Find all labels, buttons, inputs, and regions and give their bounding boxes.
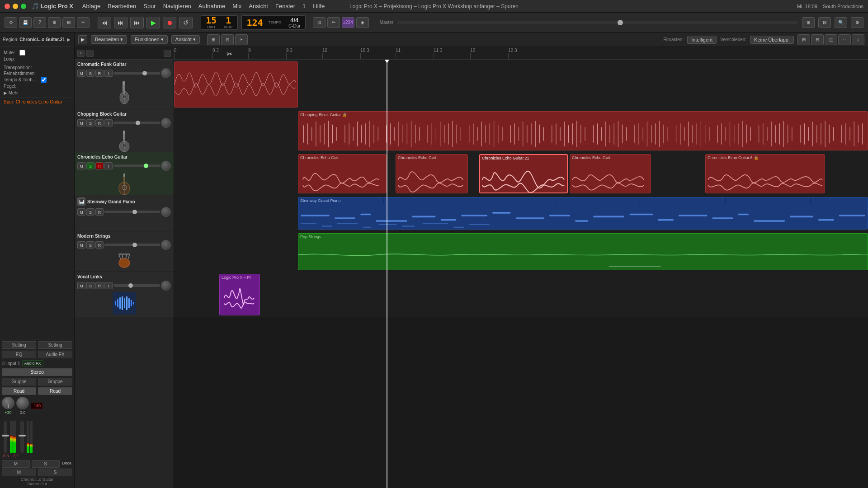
add-track-btn[interactable]: + [77, 50, 85, 57]
play-button[interactable]: ▶ [146, 17, 160, 28]
th8-fader[interactable] [113, 284, 160, 287]
lane-5[interactable]: Chronicles Echo Guit Chronicles Echo Gui… [174, 152, 868, 195]
region-chromatic-funk[interactable] [174, 61, 298, 108]
fast-forward-button[interactable]: ⏭ [114, 17, 127, 28]
align-btn-2[interactable]: ⊟ [811, 34, 824, 45]
toolbar-btn-4[interactable]: ⚙ [48, 17, 61, 28]
gruppe-btn-2[interactable]: Gruppe [38, 378, 72, 385]
key-value[interactable]: C-Dur [288, 23, 301, 28]
toolbar-btn-2[interactable]: 💾 [19, 17, 32, 28]
menu-hilfe[interactable]: Hilfe [313, 3, 325, 9]
stereo-btn[interactable]: Stereo [2, 368, 72, 376]
th6-solo[interactable]: S [86, 208, 94, 216]
master-btn-2[interactable]: ⊟ [818, 17, 831, 28]
th6-pan[interactable] [161, 207, 171, 217]
region-echo-3-selected[interactable]: Chronicles Echo Guitar.21 [479, 154, 568, 193]
tool-pencil[interactable]: ✏ [327, 17, 340, 28]
read-btn-2[interactable]: Read [38, 387, 72, 395]
menu-navigieren[interactable]: Navigieren [163, 3, 191, 9]
list-view-btn[interactable] [86, 50, 94, 57]
settings-btn[interactable] [164, 50, 171, 57]
beat-value[interactable]: 1 [226, 16, 231, 25]
th5-fader[interactable] [113, 164, 160, 167]
read-btn-1[interactable]: Read [2, 387, 36, 395]
th3-solo[interactable]: S [86, 70, 94, 77]
master-fader[interactable] [397, 21, 798, 24]
ansicht-btn[interactable]: Ansicht ▾ [171, 35, 200, 44]
record-button[interactable]: ⏺ [163, 17, 176, 28]
menu-bearbeiten[interactable]: Bearbeiten [108, 3, 136, 9]
menu-ablage[interactable]: Ablage [82, 3, 100, 9]
rewind-button[interactable]: ⏮ [98, 17, 111, 28]
master-btn-1[interactable]: ⊞ [802, 17, 815, 28]
spur-label[interactable]: Spur: Chronicles Echo Guitar [0, 98, 74, 106]
eq-btn[interactable]: EQ [2, 351, 36, 358]
toolbar-btn-5[interactable]: ⊞ [62, 17, 75, 28]
go-start-button[interactable]: ⏮ [130, 17, 144, 28]
th3-pan[interactable] [161, 68, 171, 78]
cycle-button[interactable]: ↺ [179, 17, 193, 28]
th3-mute[interactable]: M [77, 70, 85, 77]
triangle-btn[interactable]: ▶ [78, 35, 87, 44]
th5-rec[interactable]: R [95, 162, 104, 169]
routing-btn[interactable]: Audio FX [22, 360, 43, 366]
region-piano[interactable]: Steinway Grand Piano [298, 197, 868, 230]
s-btn-2[interactable]: S [38, 469, 72, 476]
th4-pan[interactable] [161, 118, 171, 128]
th6-fader[interactable] [104, 211, 160, 213]
menu-fenster[interactable]: Fenster [275, 3, 295, 9]
mute-checkbox[interactable] [19, 50, 25, 56]
tool-btn-1[interactable]: ⊞ [207, 34, 220, 45]
menu-1[interactable]: 1 [302, 3, 306, 9]
bearbeiten-btn[interactable]: Bearbeiten ▾ [91, 35, 127, 44]
fader-track-1[interactable] [4, 421, 7, 453]
maximize-button[interactable] [21, 4, 26, 9]
m-btn[interactable]: M [2, 460, 30, 468]
th7-solo[interactable]: S [86, 241, 94, 249]
th5-pan[interactable] [161, 161, 171, 171]
region-vocal[interactable]: Logic Pro X – Pr [219, 274, 260, 315]
tempo-checkbox[interactable] [41, 77, 47, 83]
th8-pan[interactable] [161, 281, 171, 291]
region-chopping-block[interactable]: Chopping Block Guitar 🔒 [298, 111, 868, 150]
th5-mute[interactable]: M [77, 162, 85, 169]
th4-fader[interactable] [113, 122, 160, 124]
region-strings[interactable]: Pop Strings [298, 233, 868, 270]
expand-icon[interactable]: ▶ [67, 37, 71, 42]
align-btn-3[interactable]: ◫ [825, 34, 837, 45]
region-echo-5[interactable]: Chronicles Echo Guitar.6 🔒 [705, 154, 825, 193]
th8-mute[interactable]: M [77, 282, 85, 289]
lane-4[interactable]: Chopping Block Guitar 🔒 [174, 109, 868, 152]
master-btn-3[interactable]: 🔍 [835, 17, 847, 28]
th7-mute[interactable]: M [77, 241, 85, 249]
th5-i[interactable]: I [104, 162, 113, 169]
mehr-toggle[interactable]: ▶ Mehr [4, 90, 71, 95]
th7-rec[interactable]: R [95, 241, 104, 249]
time-sig-value[interactable]: 4/4 [290, 17, 298, 23]
s-btn-1[interactable]: S [32, 460, 60, 468]
toolbar-btn-3[interactable]: ? [33, 17, 46, 28]
snap-value[interactable]: Intelligent [687, 36, 717, 44]
tool-btn-3[interactable]: ✂ [235, 34, 248, 45]
gruppe-btn-1[interactable]: Gruppe [2, 378, 36, 385]
send-knob-2[interactable] [16, 397, 29, 409]
th4-rec[interactable]: R [95, 119, 104, 127]
fader-track-2[interactable] [20, 421, 24, 453]
close-button[interactable] [5, 4, 10, 9]
th5-solo[interactable]: S [86, 162, 94, 169]
th8-i[interactable]: I [104, 282, 113, 289]
overlap-value[interactable]: Keine Überlapp. [750, 36, 794, 44]
toolbar-btn-6[interactable]: ✂ [77, 17, 90, 28]
th4-i[interactable]: I [104, 119, 113, 127]
setting-btn-1[interactable]: Setting [2, 341, 36, 349]
lane-3[interactable] [174, 60, 868, 109]
toolbar-btn-1[interactable]: ⚙ [5, 17, 17, 28]
lane-7[interactable]: Pop Strings [174, 231, 868, 272]
bpm-value[interactable]: 124 [246, 17, 263, 28]
minimize-button[interactable] [13, 4, 18, 9]
th6-rec[interactable]: R [95, 208, 104, 216]
tool-btn-2[interactable]: ⊡ [221, 34, 234, 45]
region-echo-4[interactable]: Chronicles Echo Guit [570, 154, 651, 193]
snap-btn[interactable]: ⊡ [313, 17, 326, 28]
region-echo-2[interactable]: Chronicles Echo Guit [396, 154, 468, 193]
